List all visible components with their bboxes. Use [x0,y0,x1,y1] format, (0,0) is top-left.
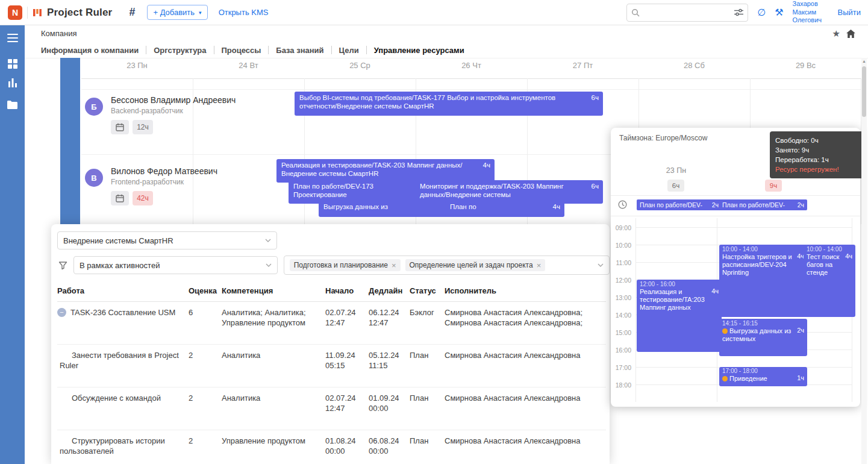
gantt-task-bar[interactable]: 4ч Реализация и тестирование/TASK-203 Ма… [276,159,495,183]
status-cell: План [410,350,445,360]
deadline-cell: 05.12.24 11:15 [369,350,410,371]
add-button-label: + Добавить [153,8,195,17]
hidden-mode-icon[interactable]: ∅ [757,8,766,17]
day-total-badge-overloaded: 9ч [765,180,782,192]
collapse-row-icon[interactable]: − [57,308,66,317]
day-column-header: 25 Ср [304,61,416,70]
resource-name[interactable]: Бессонов Владимир Андреевич [111,95,236,105]
estimate-cell: 2 [189,436,222,446]
status-cell: План [410,393,445,403]
project-select[interactable]: Внедрение системы СмартHR [57,231,277,249]
competence-cell: Аналитика [222,350,325,360]
task-label: План по [450,203,476,210]
gantt-task-bar[interactable]: 6ч Выгрузка данных из [319,201,463,217]
task-label: Выбор BI-системы под требования/TASK-177… [299,94,555,110]
user-menu[interactable]: Захаров Максим Олегович [793,0,829,25]
grid-line [81,78,861,79]
hour-label: 18:00 [611,381,631,389]
calendar-event[interactable]: 10:00 - 14:00 4ч Настройка триггеров и р… [719,245,807,317]
gantt-task-bar[interactable]: 6ч Мониторинг и поддержка/TASK-203 Маппи… [415,180,603,204]
menu-icon[interactable] [0,34,25,42]
resource-role: Frontend-разработчик [111,178,184,186]
table-row[interactable]: Занести требования в Project Ruler 2 Ана… [57,345,606,387]
gantt-task-bar[interactable]: 4ч План по [445,201,564,217]
tab-company-info[interactable]: Информация о компании [41,46,146,55]
projects-folder-icon[interactable] [0,101,25,109]
day-column-header: 23 Пн [81,61,193,70]
filter-chip[interactable]: Определение целей и задач проекта × [405,259,546,271]
calendar-event[interactable]: 10:00 - 14:00 4ч Тест поиск багов на сте… [804,245,855,317]
tab-orgstructure[interactable]: Оргструктура [146,46,213,55]
vertical-scrollbar[interactable]: ▲ [861,58,867,464]
app-logo-letter: N [12,8,18,17]
home-icon[interactable] [846,30,855,40]
filter-icon[interactable] [58,261,67,270]
allday-task-hours: 2ч [712,201,719,208]
start-cell: 01.08.24 00:00 [325,436,369,456]
estimate-cell: 2 [189,350,222,360]
hour-label: 17:00 [611,364,631,371]
day-column-header: 24 Вт [193,61,304,70]
event-hours: 1ч [797,374,804,381]
divider [27,7,28,19]
admin-tools-icon[interactable]: ⚒ [775,8,783,17]
table-row[interactable]: − TASK-236 Составление USM 6 Аналитика; … [57,302,606,345]
scrollbar-thumb[interactable] [862,66,866,117]
hour-label: 16:00 [611,346,631,354]
column-header: Работа [57,286,189,296]
table-row[interactable]: Структурировать истории пользователей 2 … [57,430,606,464]
tab-resource-management[interactable]: Управление ресурсами [367,46,472,55]
scroll-up-icon[interactable]: ▲ [861,59,867,63]
task-hours: 4ч [553,202,560,211]
dashboard-icon[interactable] [0,59,25,69]
table-header-row: Работа Оценка Компетенция Начало Дедлайн… [57,282,606,302]
resource-name[interactable]: Вилонов Федор Матвеевич [111,166,217,176]
start-cell: 02.07.24 12:47 [325,393,369,413]
search-filter-icon[interactable] [734,8,743,16]
app-logo[interactable]: N [8,5,22,20]
calendar-event[interactable]: 17:00 - 18:00 1ч Приведение [719,367,807,386]
assignee-cell: Смирнова Анастасия Александровна [445,350,606,360]
table-row[interactable]: Обсуждение с командой 2 Аналитика 02.07.… [57,387,606,430]
overtime-warning-icon [722,376,728,381]
tab-knowledge-base[interactable]: База знаний [269,46,331,55]
timezone-label: Таймзона: Europe/Moscow [619,134,707,142]
chip-remove-icon[interactable]: × [392,262,396,269]
tab-goals[interactable]: Цели [332,46,366,55]
assignee-cell: Смирнова Анастасия Александровна [445,393,606,403]
calendar-button[interactable] [111,191,129,205]
competence-cell: Управление продуктом [222,436,325,446]
add-button[interactable]: + Добавить ▾ [147,5,207,20]
hash-icon[interactable]: # [129,6,135,19]
grid-line [81,89,861,90]
reports-icon[interactable] [0,78,25,87]
search-input[interactable] [643,8,731,17]
status-cell: План [410,436,445,446]
filter-chip[interactable]: Подготовка и планирование × [290,259,401,271]
chevron-down-icon [265,239,271,242]
task-title: TASK-236 Составление USM [70,307,175,318]
favorite-star-icon[interactable]: ★ [832,28,840,39]
task-hours: 4ч [483,161,490,169]
scope-select[interactable]: В рамках активностей [73,256,278,274]
allday-task-bar[interactable]: План по работе/DEV- 2ч [637,199,722,210]
filter-chip-label: Определение целей и задач проекта [410,261,533,269]
gantt-task-bar[interactable]: 4ч План по работе/DEV-173 Проектирование [289,180,434,204]
activity-filter-select[interactable]: Подготовка и планирование × Определение … [284,256,610,275]
allday-task-bar[interactable]: План по работе/DEV- 2ч [719,199,807,210]
logout-link[interactable]: Выйти [838,8,861,17]
calendar-event[interactable]: 14:15 - 16:15 2ч Выгрузка данных из сист… [719,319,807,356]
chevron-down-icon [266,263,272,267]
tab-processes[interactable]: Процессы [214,46,269,55]
app-window: N Project Ruler # + Добавить ▾ Открыть K… [0,0,868,464]
task-title: Структурировать истории пользователей [57,436,189,456]
chip-remove-icon[interactable]: × [537,262,542,269]
calendar-event[interactable]: 12:00 - 16:00 4ч Реализация и тестирован… [637,280,722,352]
calendar-button[interactable] [111,120,129,134]
open-kms-link[interactable]: Открыть KMS [219,8,269,17]
hour-label: 12:00 [611,277,631,284]
app-title: Project Ruler [47,7,112,19]
tooltip-free: Свободно: 0ч [775,136,861,145]
work-table: Работа Оценка Компетенция Начало Дедлайн… [51,282,610,464]
gantt-task-bar[interactable]: 6ч Выбор BI-системы под требования/TASK-… [295,92,603,116]
